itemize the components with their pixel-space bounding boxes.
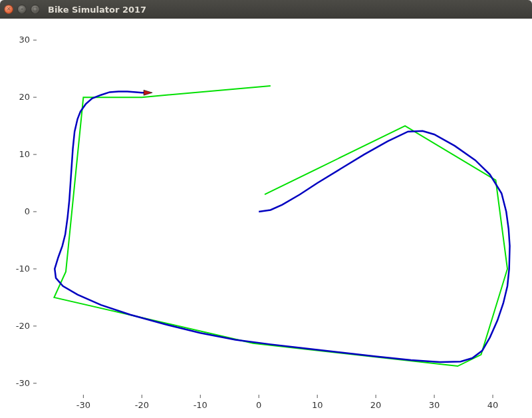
bike-marker-icon: [144, 90, 152, 95]
y-tick-label: 10: [19, 149, 30, 159]
x-tick-label: 20: [370, 400, 382, 410]
x-tick-label: 0: [256, 400, 261, 410]
window-controls: ✕ – ▢: [4, 5, 40, 14]
y-tick-label: -10: [16, 264, 30, 274]
x-tick-label: -30: [76, 400, 90, 410]
y-tick-label: 0: [25, 206, 30, 216]
y-tick-label: -30: [16, 378, 30, 388]
y-tick-label: 20: [19, 92, 30, 102]
y-tick-label: -20: [16, 321, 30, 331]
minimize-icon[interactable]: –: [17, 5, 27, 14]
x-tick-label: 40: [487, 400, 499, 410]
series-trajectory: [55, 92, 509, 362]
x-tick-label: 10: [312, 400, 323, 410]
plot-area: -30-20-10010203040-30-20-100102030: [0, 19, 532, 418]
window-titlebar: ✕ – ▢ Bike Simulator 2017: [0, 0, 532, 19]
close-icon[interactable]: ✕: [4, 5, 13, 14]
x-tick-label: -10: [194, 400, 207, 410]
x-tick-label: 30: [429, 400, 440, 410]
series-reference-path: [54, 86, 507, 366]
window-title: Bike Simulator 2017: [48, 5, 146, 15]
y-tick-label: 30: [19, 35, 30, 45]
x-tick-label: -20: [135, 400, 149, 410]
chart-svg: -30-20-10010203040-30-20-100102030: [0, 19, 532, 418]
maximize-icon[interactable]: ▢: [31, 5, 40, 14]
